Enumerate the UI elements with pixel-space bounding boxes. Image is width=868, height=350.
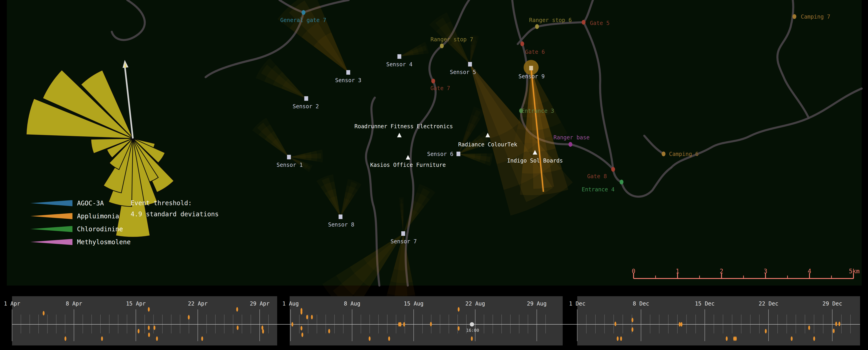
- timeline-event-mark[interactable]: [138, 329, 140, 334]
- poi-dot-gate-6[interactable]: [521, 41, 524, 46]
- sensor-label: Sensor 6: [427, 151, 454, 157]
- sensor-label: Sensor 3: [335, 77, 362, 83]
- timeline-event-mark[interactable]: [631, 327, 633, 332]
- timeline-event-mark[interactable]: [301, 326, 302, 330]
- timeline-event-mark[interactable]: [188, 315, 190, 320]
- timeline-event-mark[interactable]: [201, 337, 203, 341]
- poi-dot-ranger-base[interactable]: [568, 142, 572, 147]
- timeline-event-mark[interactable]: [835, 322, 837, 326]
- timeline-panel-1[interactable]: [290, 296, 563, 346]
- legend-row-agoc3a: AGOC-3A: [30, 200, 104, 207]
- sensor-marker-sensor-3[interactable]: [346, 70, 350, 75]
- poi-dot-camping-6[interactable]: [662, 152, 665, 156]
- poi-dot-general-gate-7[interactable]: [302, 10, 306, 15]
- timeline-event-mark[interactable]: [148, 307, 150, 312]
- timeline-event-mark[interactable]: [237, 325, 239, 330]
- timeline-event-mark[interactable]: [833, 329, 835, 333]
- timeline-event-mark[interactable]: [838, 322, 840, 326]
- poi-label: Gate 6: [525, 49, 545, 55]
- sensor-marker-sensor-4[interactable]: [398, 54, 401, 59]
- scale-label: 2: [720, 268, 723, 275]
- poi-dot-ranger-stop-7[interactable]: [440, 43, 444, 48]
- legend-label: Methylosmolene: [77, 238, 131, 246]
- timeline-event-mark[interactable]: [388, 337, 390, 341]
- timeline-event-mark[interactable]: [400, 322, 401, 327]
- factory-label: Radiance ColourTek: [458, 141, 518, 148]
- timeline-event-mark[interactable]: [458, 307, 460, 312]
- timeline-event-mark[interactable]: [791, 337, 793, 341]
- timeline-event-mark[interactable]: [236, 307, 238, 312]
- timeline-event-mark[interactable]: [615, 322, 616, 326]
- timeline-event-mark[interactable]: [302, 332, 303, 337]
- scale-label: 1: [676, 268, 679, 275]
- timeline-date-label: 8 Apr: [66, 301, 82, 307]
- methylosmolene-swatch-icon: [30, 239, 72, 245]
- timeline-event-mark[interactable]: [430, 322, 432, 326]
- timeline-date-label: 22 Aug: [465, 301, 485, 307]
- sensor-label: Sensor 7: [391, 238, 417, 245]
- poi-dot-ranger-stop-6[interactable]: [535, 24, 539, 29]
- timeline-event-mark[interactable]: [458, 326, 460, 331]
- timeline-event-mark[interactable]: [311, 315, 313, 319]
- event-threshold-title: Event threshold:: [131, 199, 192, 207]
- timeline-event-mark[interactable]: [101, 337, 103, 341]
- timeline-date-label: 8 Aug: [344, 301, 360, 307]
- timeline-event-mark[interactable]: [471, 337, 473, 341]
- timeline-event-mark[interactable]: [64, 337, 66, 341]
- time-scrubber-handle[interactable]: [470, 322, 474, 327]
- timeline-event-mark[interactable]: [735, 337, 737, 341]
- timeline-event-mark[interactable]: [765, 329, 767, 334]
- timeline-event-mark[interactable]: [156, 337, 158, 341]
- sensor-marker-sensor-7[interactable]: [401, 231, 405, 236]
- timeline-panel-2[interactable]: [577, 296, 860, 346]
- sensor-marker-sensor-8[interactable]: [339, 214, 343, 219]
- timeline-event-mark[interactable]: [154, 325, 155, 330]
- timeline-event-mark[interactable]: [681, 322, 682, 327]
- timeline-date-label: 29 Dec: [822, 301, 842, 307]
- timeline-event-mark[interactable]: [262, 329, 264, 334]
- timeline-event-mark[interactable]: [291, 322, 293, 327]
- poi-label: Ranger base: [554, 134, 590, 141]
- timeline-event-mark[interactable]: [43, 311, 44, 315]
- poi-dot-entrance-4[interactable]: [620, 180, 624, 184]
- timeline-event-mark[interactable]: [808, 325, 810, 330]
- timeline-date-label: 15 Dec: [695, 301, 715, 307]
- timeline-event-mark[interactable]: [369, 337, 371, 341]
- timeline-event-mark[interactable]: [617, 337, 619, 341]
- timeline-date-label: 1 Dec: [569, 301, 585, 307]
- poi-dot-gate-7[interactable]: [431, 79, 435, 83]
- timeline-event-mark[interactable]: [620, 337, 622, 341]
- timeline-event-mark[interactable]: [306, 315, 308, 319]
- agoc3a-swatch-icon: [30, 200, 72, 206]
- legend-row-appluimonia: Appluimonia: [30, 213, 119, 219]
- poi-dot-camping-7[interactable]: [793, 14, 797, 19]
- timeline-event-mark[interactable]: [301, 310, 302, 315]
- sensor-marker-sensor-9[interactable]: [529, 66, 533, 70]
- timeline-event-mark[interactable]: [148, 332, 150, 337]
- sensor-marker-sensor-6[interactable]: [457, 152, 461, 156]
- timeline-event-mark[interactable]: [726, 337, 727, 341]
- scale-label: 4: [808, 268, 811, 275]
- timeline-date-label: 1 Aug: [282, 301, 299, 307]
- timeline-event-mark[interactable]: [403, 322, 405, 327]
- timeline-event-mark[interactable]: [631, 318, 633, 322]
- sensor-marker-sensor-5[interactable]: [468, 62, 472, 67]
- timeline-date-label: 15 Apr: [126, 301, 146, 307]
- time-scrubber-label: 16:00: [466, 328, 479, 333]
- poi-label: Ranger stop 6: [529, 17, 572, 23]
- poi-label: Entrance 4: [582, 186, 615, 193]
- timeline-event-mark[interactable]: [328, 329, 330, 334]
- factory-label: Roadrunner Fitness Electronics: [354, 123, 453, 130]
- map-and-timelines-canvas: General gate 7Ranger stop 7Ranger stop 6…: [0, 0, 868, 350]
- scale-label: 3: [764, 268, 767, 275]
- timeline-event-mark[interactable]: [679, 322, 681, 327]
- sensor-marker-sensor-2[interactable]: [304, 96, 308, 101]
- timeline-event-mark[interactable]: [813, 337, 815, 341]
- legend-row-methylosmolene: Methylosmolene: [30, 239, 131, 245]
- poi-dot-gate-8[interactable]: [611, 167, 615, 172]
- sensor-marker-sensor-1[interactable]: [287, 155, 291, 159]
- poi-dot-gate-5[interactable]: [582, 20, 586, 25]
- legend-label: AGOC-3A: [77, 200, 104, 207]
- timeline-date-label: 29 Aug: [527, 301, 547, 307]
- timeline-event-mark[interactable]: [148, 325, 150, 330]
